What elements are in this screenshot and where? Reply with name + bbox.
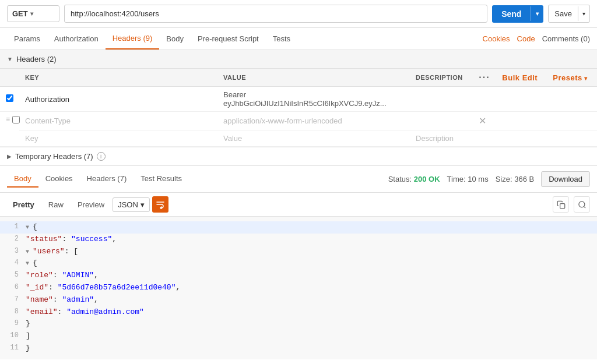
code-line: 4▼ { — [0, 257, 597, 270]
body-tab-raw[interactable]: Raw — [43, 197, 69, 212]
copy-button[interactable] — [553, 196, 569, 213]
cookies-link[interactable]: Cookies — [483, 34, 510, 43]
code-line: 5 "role": "ADMIN", — [0, 270, 597, 282]
str-token: "success" — [71, 235, 112, 243]
key-token: "name" — [26, 295, 53, 304]
body-tab-pretty[interactable]: Pretty — [7, 197, 40, 212]
row-action-cell — [473, 87, 496, 112]
line-number: 1 — [2, 221, 26, 234]
send-button[interactable]: Send ▾ — [492, 5, 543, 23]
response-tabs: Body Cookies Headers (7) Test Results — [7, 171, 189, 188]
resp-tab-headers[interactable]: Headers (7) — [80, 171, 134, 188]
plain-token: : — [48, 283, 58, 292]
format-select[interactable]: JSON ▾ — [113, 197, 150, 212]
line-number: 11 — [2, 342, 26, 355]
right-icon-group — [553, 196, 590, 213]
line-number: 6 — [2, 282, 26, 294]
col-header-check — [0, 69, 19, 87]
collapse-icon[interactable]: ▼ — [26, 260, 33, 267]
wrap-icon — [156, 200, 165, 209]
body-tab-preview[interactable]: Preview — [72, 197, 110, 212]
row-extra2 — [547, 112, 597, 130]
line-content: } — [26, 342, 595, 355]
row-checkbox-cell: ≡ — [0, 112, 17, 127]
plain-token: , — [112, 235, 117, 243]
new-row-extra2 — [547, 130, 597, 147]
request-tab-bar: Params Authorization Headers (9) Body Pr… — [0, 28, 597, 50]
str-token: "admin@admin.com" — [66, 308, 144, 316]
more-options-icon[interactable]: ··· — [479, 72, 490, 82]
headers-section-header[interactable]: ▼ Headers (2) — [0, 50, 597, 69]
code-line: 2 "status": "success", — [0, 234, 597, 246]
row-value-cell: Bearer eyJhbGciOiJIUzI1NiIsInR5cCI6IkpXV… — [217, 87, 410, 112]
save-button[interactable]: Save ▾ — [548, 5, 590, 23]
key-token: "status" — [26, 235, 62, 243]
plain-token: : — [65, 247, 74, 256]
presets-button[interactable]: Presets — [553, 73, 582, 82]
url-input[interactable] — [64, 5, 487, 23]
table-row: ≡ Content-Type application/x-www-form-ur… — [0, 112, 597, 130]
collapse-icon[interactable]: ▼ — [26, 224, 33, 231]
headers-chevron-icon: ▼ — [7, 56, 13, 62]
row-extra2 — [547, 87, 597, 112]
method-chevron-icon: ▾ — [30, 10, 33, 17]
tab-pre-request[interactable]: Pre-request Script — [191, 29, 266, 49]
resp-tab-cookies[interactable]: Cookies — [38, 171, 80, 188]
row-checkbox[interactable] — [6, 94, 13, 102]
row-extra1 — [496, 87, 547, 112]
svg-point-1 — [578, 201, 584, 207]
plain-token: , — [175, 283, 180, 292]
collapse-icon[interactable]: ▼ — [26, 249, 33, 255]
new-row: Key Value Description — [0, 130, 597, 147]
comments-link[interactable]: Comments (0) — [542, 34, 590, 43]
tab-tests[interactable]: Tests — [266, 29, 297, 49]
col-header-desc: DESCRIPTION — [410, 69, 473, 87]
code-line: 8 "email": "admin@admin.com" — [0, 306, 597, 319]
code-link[interactable]: Code — [517, 34, 535, 43]
key-text: Content-Type — [25, 116, 71, 125]
info-icon[interactable]: i — [97, 152, 106, 161]
plain-token: : — [53, 271, 62, 280]
resp-tab-test-results[interactable]: Test Results — [134, 171, 189, 188]
response-meta: Status: 200 OK Time: 10 ms Size: 366 B D… — [388, 171, 590, 187]
status-value: 200 OK — [414, 175, 440, 183]
remove-row-icon[interactable]: ✕ — [479, 116, 486, 126]
bulk-edit-button[interactable]: Bulk Edit — [502, 73, 538, 82]
new-row-action — [473, 130, 496, 147]
line-content: "role": "ADMIN", — [26, 270, 595, 282]
row-key-cell: Content-Type — [19, 112, 217, 130]
row-desc-cell — [410, 112, 473, 130]
code-line: 3▼ "users": [ — [0, 246, 597, 258]
drag-handle-icon[interactable]: ≡ — [6, 115, 10, 123]
row-checkbox[interactable] — [12, 116, 20, 123]
send-label: Send — [492, 5, 531, 23]
plain-token: , — [94, 271, 99, 280]
download-button[interactable]: Download — [541, 171, 590, 187]
line-content: "status": "success", — [26, 234, 595, 246]
bulk-edit-cell: Bulk Edit — [496, 69, 547, 87]
presets-chevron-icon: ▾ — [584, 75, 588, 82]
search-button[interactable] — [574, 196, 590, 213]
col-header-actions: ··· — [473, 69, 496, 87]
resp-tab-body[interactable]: Body — [7, 171, 38, 188]
new-row-extra1 — [496, 130, 547, 147]
brace-token: { — [33, 222, 37, 231]
code-line: 6 "_id": "5d66d7e8b57a6d2ee11d0e40", — [0, 282, 597, 294]
key-token: "users" — [33, 247, 65, 256]
row-checkbox-cell[interactable] — [0, 87, 19, 112]
tab-params[interactable]: Params — [7, 29, 47, 49]
key-token: "_id" — [26, 283, 48, 292]
tab-body[interactable]: Body — [159, 29, 191, 49]
row-action-cell: ✕ — [473, 112, 496, 130]
temp-headers-section[interactable]: ▶ Temporary Headers (7) i — [0, 147, 597, 166]
wrap-button[interactable] — [152, 196, 168, 213]
size-value: 366 B — [514, 175, 534, 183]
tab-headers[interactable]: Headers (9) — [106, 28, 160, 50]
time-label: Time: 10 ms — [447, 175, 489, 183]
code-viewer: 1▼ {2 "status": "success",3▼ "users": [4… — [0, 217, 597, 359]
status-label: Status: 200 OK — [388, 175, 440, 183]
method-select[interactable]: GET ▾ — [7, 5, 59, 22]
method-label: GET — [12, 9, 28, 18]
key-token: "email" — [26, 308, 58, 316]
tab-authorization[interactable]: Authorization — [47, 29, 106, 49]
